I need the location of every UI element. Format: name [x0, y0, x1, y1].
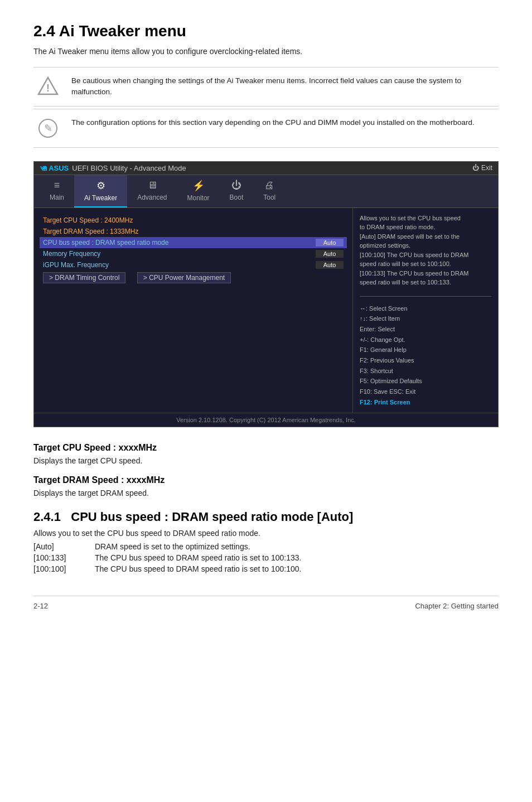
igpu-max-frequency-label: iGPU Max. Frequency [43, 261, 109, 269]
definition-auto-key: [Auto] [33, 542, 95, 551]
definition-100-100: [100:100] The CPU bus speed to DRAM spee… [33, 564, 499, 573]
exit-label: Exit [481, 164, 492, 172]
bios-nav-ai-tweaker[interactable]: ⚙ Ai Tweaker [74, 175, 127, 207]
bios-nav-boot[interactable]: ⏻ Boot [220, 175, 254, 207]
boot-nav-label: Boot [230, 194, 244, 201]
bios-nav-monitor[interactable]: ⚡ Monitor [177, 175, 220, 207]
advanced-nav-icon: 🖥 [147, 180, 157, 191]
bios-footer: Version 2.10.1208. Copyright (C) 2012 Am… [34, 413, 498, 427]
svg-text:✎: ✎ [44, 123, 52, 134]
definition-list: [Auto] DRAM speed is set to the optimize… [33, 542, 499, 573]
target-dram-speed-item: Target DRAM Speed : 1333MHz [40, 226, 347, 237]
notice-box-1: ! Be cautious when changing the settings… [33, 67, 499, 107]
memory-frequency-item[interactable]: Memory Frequency Auto [40, 248, 347, 259]
big-section-heading: 2.4.1 CPU bus speed : DRAM speed ratio m… [33, 510, 499, 524]
bios-titlebar: 🖲 ASUS UEFI BIOS Utility - Advanced Mode… [34, 162, 498, 175]
bios-title-text: UEFI BIOS Utility - Advanced Mode [72, 164, 186, 172]
bios-help-text: Allows you to set the CPU bus speed to D… [360, 214, 491, 287]
ai-tweaker-nav-label: Ai Tweaker [84, 194, 117, 202]
memory-frequency-label: Memory Frequency [43, 250, 100, 258]
notice-text-1: Be cautious when changing the settings o… [71, 75, 499, 98]
footer-chapter: Chapter 2: Getting started [415, 602, 499, 610]
tool-nav-label: Tool [263, 194, 275, 201]
target-dram-speed-heading: Target DRAM Speed : xxxxMHz [33, 475, 499, 485]
bios-content: Target CPU Speed : 2400MHz Target DRAM S… [34, 208, 498, 413]
bios-titlebar-left: 🖲 ASUS UEFI BIOS Utility - Advanced Mode [40, 164, 186, 172]
definition-100-100-key: [100:100] [33, 564, 95, 573]
bios-nav: ≡ Main ⚙ Ai Tweaker 🖥 Advanced ⚡ Monitor… [34, 175, 498, 208]
key-f5: F5: Optimized Defaults [360, 376, 491, 386]
definition-auto: [Auto] DRAM speed is set to the optimize… [33, 542, 499, 551]
key-enter: Enter: Select [360, 324, 491, 335]
definition-100-133-value: The CPU bus speed to DRAM speed ratio is… [95, 553, 301, 562]
bios-logo: 🖲 ASUS [40, 164, 69, 172]
dram-timing-control-button[interactable]: > DRAM Timing Control [43, 272, 125, 283]
big-section-title: CPU bus speed : DRAM speed ratio mode [A… [71, 510, 353, 524]
big-section-number: 2.4.1 [33, 510, 61, 524]
page-title: 2.4 Ai Tweaker menu [33, 22, 499, 40]
bios-divider [360, 296, 491, 297]
key-f2: F2: Previous Values [360, 355, 491, 366]
definition-auto-value: DRAM speed is set to the optimized setti… [95, 542, 250, 551]
main-nav-icon: ≡ [54, 180, 60, 191]
target-dram-speed-text: Displays the target DRAM speed. [33, 489, 499, 497]
key-f3: F3: Shortcut [360, 366, 491, 376]
notice-text-2: The configuration options for this secti… [71, 117, 475, 128]
bios-nav-main[interactable]: ≡ Main [40, 175, 74, 207]
key-f1: F1: General Help [360, 345, 491, 355]
footer-page-number: 2-12 [33, 602, 48, 610]
cpu-bus-speed-label: CPU bus speed : DRAM speed ratio mode [43, 239, 168, 247]
main-nav-label: Main [50, 194, 64, 201]
definition-100-133-key: [100:133] [33, 553, 95, 562]
memory-frequency-value: Auto [316, 250, 344, 258]
bios-key-list: ↔: Select Screen ↑↓: Select Item Enter: … [360, 303, 491, 408]
target-cpu-speed-heading: Target CPU Speed : xxxxMHz [33, 443, 499, 453]
dram-timing-arrow: > [49, 274, 53, 282]
pencil-icon: ✎ [33, 117, 62, 139]
bios-screenshot: 🖲 ASUS UEFI BIOS Utility - Advanced Mode… [33, 161, 499, 428]
cpu-power-management-button[interactable]: > CPU Power Management [137, 272, 231, 283]
notice-box-2: ✎ The configuration options for this sec… [33, 109, 499, 148]
tool-nav-icon: 🖨 [264, 180, 274, 191]
definition-100-133: [100:133] The CPU bus speed to DRAM spee… [33, 553, 499, 562]
page-footer: 2-12 Chapter 2: Getting started [33, 596, 499, 610]
advanced-nav-label: Advanced [137, 194, 167, 201]
target-cpu-speed-text: Displays the target CPU speed. [33, 456, 499, 465]
key-f12: F12: Print Screen [360, 397, 491, 408]
monitor-nav-icon: ⚡ [192, 180, 205, 192]
svg-text:!: ! [46, 83, 50, 94]
cpu-power-arrow: > [143, 274, 147, 282]
definition-100-100-value: The CPU bus speed to DRAM speed ratio is… [95, 564, 301, 573]
bios-exit-button[interactable]: ⏻ Exit [472, 164, 492, 172]
big-section-description: Allows you to set the CPU bus speed to D… [33, 529, 499, 538]
bios-left-panel: Target CPU Speed : 2400MHz Target DRAM S… [34, 208, 353, 413]
igpu-max-frequency-item[interactable]: iGPU Max. Frequency Auto [40, 259, 347, 270]
igpu-max-frequency-value: Auto [316, 261, 344, 269]
cpu-bus-speed-item[interactable]: CPU bus speed : DRAM speed ratio mode Au… [40, 237, 347, 248]
exit-icon: ⏻ [472, 164, 479, 172]
bios-right-panel: Allows you to set the CPU bus speed to D… [353, 208, 498, 413]
key-f10: F10: Save ESC: Exit [360, 386, 491, 397]
monitor-nav-label: Monitor [187, 194, 210, 202]
key-select-item: ↑↓: Select Item [360, 313, 491, 324]
ai-tweaker-nav-icon: ⚙ [96, 180, 105, 192]
warning-icon: ! [33, 75, 62, 98]
boot-nav-icon: ⏻ [231, 180, 241, 191]
cpu-bus-speed-value: Auto [316, 239, 344, 247]
target-cpu-speed-item: Target CPU Speed : 2400MHz [40, 215, 347, 226]
page-subtitle: The Ai Tweaker menu items allow you to c… [33, 47, 499, 56]
key-change-opt: +/-: Change Opt. [360, 335, 491, 345]
bios-nav-tool[interactable]: 🖨 Tool [253, 175, 286, 207]
key-select-screen: ↔: Select Screen [360, 303, 491, 314]
bios-nav-advanced[interactable]: 🖥 Advanced [127, 175, 177, 207]
